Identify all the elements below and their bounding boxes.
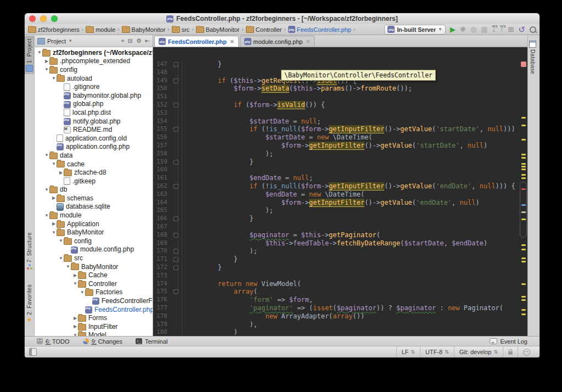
line-number[interactable]: 151 bbox=[153, 93, 171, 101]
fold-start-icon[interactable] bbox=[173, 127, 178, 132]
close-tab-icon[interactable]: ✕ bbox=[230, 39, 234, 44]
inspection-status-indicator[interactable] bbox=[521, 61, 526, 67]
error-stripe-mark[interactable] bbox=[521, 299, 526, 301]
readonly-lock-toggle[interactable] bbox=[503, 346, 518, 357]
tool-button-favorites[interactable]: 2: Favorites ★ bbox=[25, 282, 34, 325]
tool-button-terminal[interactable]: ›_ Terminal bbox=[136, 338, 168, 345]
line-number[interactable]: 167 bbox=[153, 223, 171, 231]
project-view-selector[interactable]: Project bbox=[47, 38, 66, 44]
tree-item[interactable]: ▼config bbox=[35, 65, 153, 74]
chevron-collapsed-icon[interactable]: ▶ bbox=[72, 324, 78, 329]
fold-end-icon[interactable] bbox=[173, 257, 178, 262]
error-stripe-mark[interactable] bbox=[521, 309, 526, 311]
breadcrumb-item[interactable]: Controller bbox=[246, 26, 282, 33]
editor-tab[interactable]: phpFeedsController.php✕ bbox=[154, 36, 239, 47]
chevron-expanded-icon[interactable]: ▼ bbox=[51, 161, 57, 166]
line-number[interactable]: 166 bbox=[153, 215, 171, 223]
tree-item[interactable]: ▼Factories bbox=[35, 288, 153, 297]
breadcrumb-item[interactable]: zf2forbeginners bbox=[28, 26, 80, 33]
run-configuration-select[interactable]: php In-built Server ▼ bbox=[384, 25, 446, 35]
tree-item[interactable]: ▶Forms bbox=[35, 313, 153, 322]
line-number[interactable]: 149 bbox=[153, 77, 171, 85]
line-number[interactable]: 180 bbox=[153, 328, 171, 336]
line-number[interactable]: 173 bbox=[153, 272, 171, 280]
close-tab-icon[interactable]: ✕ bbox=[306, 39, 310, 44]
breadcrumb-item[interactable]: src bbox=[172, 26, 190, 33]
error-stripe-mark[interactable] bbox=[521, 166, 526, 167]
tool-window-toggle-icon[interactable] bbox=[29, 348, 37, 356]
scrollbar-thumb[interactable] bbox=[520, 182, 527, 238]
tree-item[interactable]: ▶InputFilter bbox=[35, 322, 153, 331]
error-stripe-mark[interactable] bbox=[521, 188, 526, 190]
editor-tab[interactable]: phpmodule.config.php✕ bbox=[240, 36, 314, 47]
line-number[interactable]: 157 bbox=[153, 142, 171, 150]
tree-item[interactable]: phpFeedsControllerFactory.php bbox=[35, 296, 153, 305]
error-stripe-mark[interactable] bbox=[521, 174, 526, 176]
tree-item[interactable]: ▼Model bbox=[35, 331, 153, 336]
tree-item[interactable]: ▶schemas bbox=[35, 194, 153, 203]
fold-end-icon[interactable] bbox=[173, 216, 178, 221]
error-stripe-mark[interactable] bbox=[521, 169, 526, 170]
event-log-button[interactable]: Event Log bbox=[490, 338, 527, 345]
breadcrumb-item[interactable]: module bbox=[86, 26, 115, 33]
line-number[interactable]: 165 bbox=[153, 206, 171, 215]
error-stripe-mark[interactable] bbox=[521, 257, 526, 259]
fold-start-icon[interactable] bbox=[173, 103, 178, 108]
fold-start-icon[interactable] bbox=[173, 233, 178, 238]
line-separator-selector[interactable]: LF ⇅ bbox=[396, 346, 420, 357]
tree-item[interactable]: MREADME.md bbox=[35, 125, 153, 134]
tree-item[interactable]: database.sqlite bbox=[35, 203, 153, 211]
chevron-collapsed-icon[interactable]: ▶ bbox=[72, 316, 78, 321]
coverage-button[interactable]: ◍ bbox=[470, 26, 476, 33]
tree-item[interactable]: ▶.phpcomplete_extended bbox=[35, 57, 153, 66]
fold-end-icon[interactable] bbox=[173, 249, 178, 254]
breadcrumb-file[interactable]: phpFeedsController.php bbox=[288, 26, 351, 33]
changes-history-button[interactable]: ⊞ bbox=[508, 26, 514, 33]
tree-item[interactable]: ▼BabyMonitor bbox=[35, 228, 153, 237]
tree-item[interactable]: ▶Cache bbox=[35, 271, 153, 279]
inspection-profile-button[interactable] bbox=[518, 346, 535, 357]
undo-button[interactable]: ↺ bbox=[518, 26, 525, 33]
profile-button[interactable]: ▦ bbox=[481, 26, 487, 33]
line-number[interactable]: 170 bbox=[153, 247, 171, 255]
chevron-expanded-icon[interactable]: ▼ bbox=[58, 256, 64, 261]
zoom-window-button[interactable] bbox=[51, 15, 58, 22]
tree-item[interactable]: ▼src bbox=[35, 254, 153, 262]
tool-button-todo[interactable]: 6: TODO bbox=[37, 338, 70, 345]
tool-button-project[interactable]: 1: Project bbox=[25, 36, 34, 74]
line-number[interactable]: 153 bbox=[153, 109, 171, 117]
chevron-expanded-icon[interactable]: ▼ bbox=[44, 187, 49, 192]
fold-end-icon[interactable] bbox=[173, 62, 178, 67]
line-number[interactable]: 160 bbox=[153, 166, 171, 174]
tree-item[interactable]: phpFeedsController.php bbox=[35, 305, 153, 314]
chevron-expanded-icon[interactable]: ▼ bbox=[58, 238, 64, 243]
line-number[interactable]: 164 bbox=[153, 199, 171, 207]
line-number[interactable]: 154 bbox=[153, 117, 171, 126]
line-number[interactable]: 159 bbox=[153, 158, 171, 166]
line-number[interactable]: 148 bbox=[153, 69, 171, 77]
chevron-collapsed-icon[interactable]: ▶ bbox=[51, 221, 57, 226]
tree-item[interactable]: ▼cache bbox=[35, 160, 153, 169]
tree-item[interactable]: ▼db bbox=[35, 186, 153, 194]
fold-end-icon[interactable] bbox=[173, 160, 178, 165]
close-window-button[interactable] bbox=[29, 15, 36, 22]
tree-item[interactable]: phpbabymonitor.global.php bbox=[35, 91, 153, 100]
line-number[interactable]: 172 bbox=[153, 264, 171, 272]
error-stripe-mark[interactable] bbox=[521, 249, 526, 250]
line-number[interactable]: 171 bbox=[153, 255, 171, 264]
tool-button-database[interactable]: Database bbox=[528, 38, 537, 76]
error-stripe-mark[interactable] bbox=[521, 296, 526, 298]
tree-item[interactable]: ▼module bbox=[35, 211, 153, 220]
tool-button-structure[interactable]: 7: Structure bbox=[25, 230, 34, 272]
tree-item[interactable]: local.php.dist bbox=[35, 108, 153, 117]
tree-item[interactable]: phpmodule.config.php bbox=[35, 245, 153, 254]
error-stripe-mark[interactable] bbox=[521, 157, 526, 159]
line-number[interactable]: 174 bbox=[153, 280, 171, 288]
vcs-commit-button[interactable]: VCS↑ bbox=[500, 26, 504, 33]
tree-item[interactable]: ▶Application bbox=[35, 220, 153, 228]
line-number[interactable]: 156 bbox=[153, 133, 171, 142]
git-branch-selector[interactable]: Git: develop ⇅ bbox=[454, 346, 503, 357]
code-editor[interactable]: 147 }148149 if ($this->getRequest()->isG… bbox=[153, 47, 527, 336]
chevron-collapsed-icon[interactable]: ▶ bbox=[51, 195, 57, 200]
search-icon[interactable] bbox=[530, 26, 536, 33]
